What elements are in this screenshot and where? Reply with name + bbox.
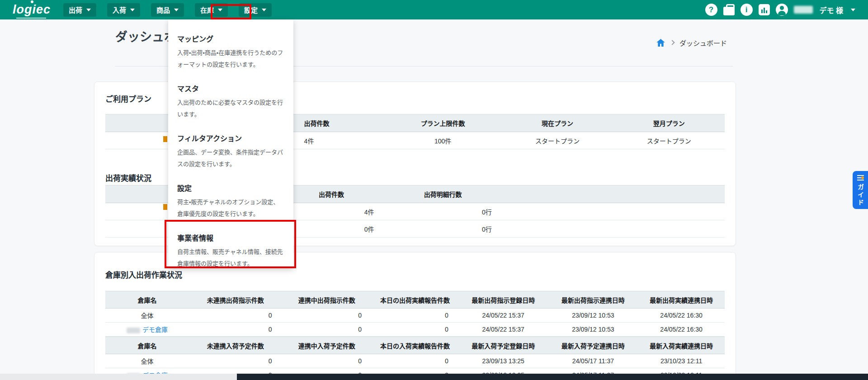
- nav-item-receiving[interactable]: 入荷: [107, 3, 140, 17]
- nav-item-label: 出荷: [69, 5, 82, 14]
- menu-item-business-info[interactable]: 事業者情報 自荷主情報、販売チャネル情報、接続先倉庫情報の設定を行います。: [168, 232, 293, 270]
- menu-item-title: 事業者情報: [177, 232, 284, 243]
- menu-item-master[interactable]: マスタ 入出荷のために必要なマスタの設定を行います。: [168, 83, 293, 120]
- table-cell: 0件: [279, 220, 384, 238]
- table-cell: 0行: [384, 203, 501, 220]
- menu-item-description: 入荷・出荷・商品・在庫連携を行うためのフォーマットの設定を行います。: [177, 47, 284, 71]
- logiec-logo[interactable]: logiec: [13, 4, 51, 16]
- briefcase-icon[interactable]: [723, 7, 735, 15]
- menu-item-filter-action[interactable]: フィルタアクション 企画品、データ変換、条件指定データパスの設定を行います。: [168, 133, 293, 170]
- table-cell: [502, 220, 725, 238]
- column-header: 最新入荷予定登録日時: [458, 337, 548, 354]
- column-header: 本日の入荷実績報告件数: [372, 337, 458, 354]
- help-icon[interactable]: ?: [705, 4, 717, 16]
- table-cell: 全体: [105, 309, 189, 323]
- column-header: 出荷件数: [279, 114, 384, 132]
- column-header: 出荷件数: [279, 185, 384, 203]
- table-cell: 23/09/12 10:53: [548, 323, 638, 337]
- menu-item-description: 自荷主情報、販売チャネル情報、接続先倉庫情報の設定を行います。: [177, 246, 284, 270]
- column-header: [502, 185, 725, 203]
- warehouse-status-card: 倉庫別入出荷作業状況 倉庫名 未連携出荷指示件数 連携中出荷指示件数 本日の出荷…: [94, 252, 736, 380]
- table-row: 全体 0 0 0 23/09/13 13:25 24/05/17 11:37 2…: [105, 354, 725, 368]
- nav-item-shipping[interactable]: 出荷: [63, 3, 96, 17]
- column-header: 最新出荷実績連携日時: [638, 291, 725, 309]
- nav-item-settings[interactable]: 設定: [239, 3, 272, 17]
- table-cell: 4件: [279, 132, 384, 149]
- navbar-right-group: ? i デモ 様: [705, 4, 855, 16]
- menu-item-title: マスタ: [177, 83, 284, 94]
- chevron-down-icon: [130, 9, 135, 11]
- column-header: 最新出荷指示連携日時: [548, 291, 638, 309]
- breadcrumb: ダッシュボード: [656, 38, 727, 48]
- table-cell: スタートプラン: [613, 132, 725, 149]
- table-cell: 24/05/22 15:37: [458, 309, 548, 323]
- column-header: 連携中出荷指示件数: [282, 291, 372, 309]
- warehouse-link[interactable]: デモ倉庫: [142, 326, 168, 333]
- nav-item-label: 在庫: [200, 5, 214, 14]
- table-cell: 0: [282, 309, 372, 323]
- bar-chart-icon[interactable]: [759, 4, 770, 15]
- table-row: デモ倉庫 0 0 0 24/05/22 15:37 23/09/12 10:53…: [105, 323, 725, 337]
- table-cell: 24/05/17 11:37: [548, 354, 638, 368]
- table-cell: 全体: [105, 354, 189, 368]
- column-header: 出荷明細行数: [384, 185, 501, 203]
- bottom-bar-dark-segment: [237, 374, 868, 380]
- table-header-row: 倉庫名 未連携入荷予定件数 連携中入荷予定件数 本日の入荷実績報告件数 最新入荷…: [105, 337, 725, 354]
- guide-tab[interactable]: ガイド: [853, 171, 868, 209]
- nav-item-label: 商品: [156, 5, 170, 14]
- table-cell: 0: [189, 323, 282, 337]
- chevron-down-icon: [262, 9, 266, 11]
- account-icon[interactable]: [776, 4, 788, 16]
- table-cell: 23/09/12 10:53: [548, 309, 638, 323]
- column-header: 未連携入荷予定件数: [189, 337, 282, 354]
- column-header: 翌月プラン: [613, 114, 725, 132]
- settings-dropdown-menu: マッピング 入荷・出荷・商品・在庫連携を行うためのフォーマットの設定を行います。…: [168, 19, 293, 268]
- top-navbar: logiec 出荷 入荷 商品 在庫 設定 ? i デモ 様: [0, 0, 868, 19]
- column-header: 本日の出荷実績報告件数: [372, 291, 458, 309]
- bottom-bar-light-segment: [0, 374, 237, 380]
- menu-item-mapping[interactable]: マッピング 入荷・出荷・商品・在庫連携を行うためのフォーマットの設定を行います。: [168, 33, 293, 71]
- column-header: 未連携出荷指示件数: [189, 291, 282, 309]
- clipped-text-fragment: [163, 204, 167, 210]
- chevron-down-icon: [86, 9, 91, 11]
- column-header: 連携中入荷予定件数: [282, 337, 372, 354]
- table-cell: 24/05/22 16:30: [638, 323, 725, 337]
- table-cell: 24/05/22 15:37: [458, 323, 548, 337]
- chevron-down-icon[interactable]: [851, 9, 855, 11]
- menu-item-description: 企画品、データ変換、条件指定データパスの設定を行います。: [177, 147, 284, 170]
- table-cell: 4件: [279, 203, 384, 220]
- table-cell: 0: [282, 323, 372, 337]
- breadcrumb-current: ダッシュボード: [679, 38, 727, 48]
- nav-item-inventory[interactable]: 在庫: [195, 3, 228, 17]
- menu-item-description: 荷主・販売チャネルのオプション設定、倉庫優先度の設定を行います。: [177, 196, 284, 220]
- table-row: 全体 0 0 0 24/05/22 15:37 23/09/12 10:53 2…: [105, 309, 725, 323]
- redacted-company-name: [794, 6, 813, 14]
- user-name: デモ 様: [820, 5, 843, 15]
- table-cell: 0: [372, 323, 458, 337]
- chevron-down-icon: [174, 9, 179, 11]
- table-cell: スタートプラン: [502, 132, 613, 149]
- column-header: プラン上限件数: [384, 114, 501, 132]
- table-cell: 0: [372, 309, 458, 323]
- menu-item-title: フィルタアクション: [177, 133, 284, 143]
- table-cell: 0: [189, 309, 282, 323]
- guide-tab-label: ガイド: [856, 184, 865, 207]
- nav-item-products[interactable]: 商品: [151, 3, 184, 17]
- nav-item-label: 入荷: [113, 5, 126, 14]
- column-header: 現在プラン: [502, 114, 613, 132]
- menu-item-title: マッピング: [177, 33, 284, 44]
- info-icon[interactable]: i: [741, 4, 753, 16]
- guide-list-icon: [857, 175, 864, 180]
- menu-item-description: 入出荷のために必要なマスタの設定を行います。: [177, 97, 284, 120]
- app-window: logiec 出荷 入荷 商品 在庫 設定 ? i デモ 様: [0, 0, 868, 380]
- clipped-text-fragment: [163, 136, 167, 142]
- menu-item-settings[interactable]: 設定 荷主・販売チャネルのオプション設定、倉庫優先度の設定を行います。: [168, 182, 293, 220]
- column-header: 最新出荷指示登録日時: [458, 291, 548, 309]
- table-cell: 24/05/22 16:30: [638, 309, 725, 323]
- home-icon[interactable]: [656, 39, 665, 47]
- table-header-row: 倉庫名 未連携出荷指示件数 連携中出荷指示件数 本日の出荷実績報告件数 最新出荷…: [105, 291, 725, 309]
- table-cell: 0行: [384, 220, 501, 238]
- column-header: 最新入荷実績連携日時: [638, 337, 725, 354]
- breadcrumb-separator-icon: [670, 40, 675, 45]
- table-cell: デモ倉庫: [105, 323, 189, 337]
